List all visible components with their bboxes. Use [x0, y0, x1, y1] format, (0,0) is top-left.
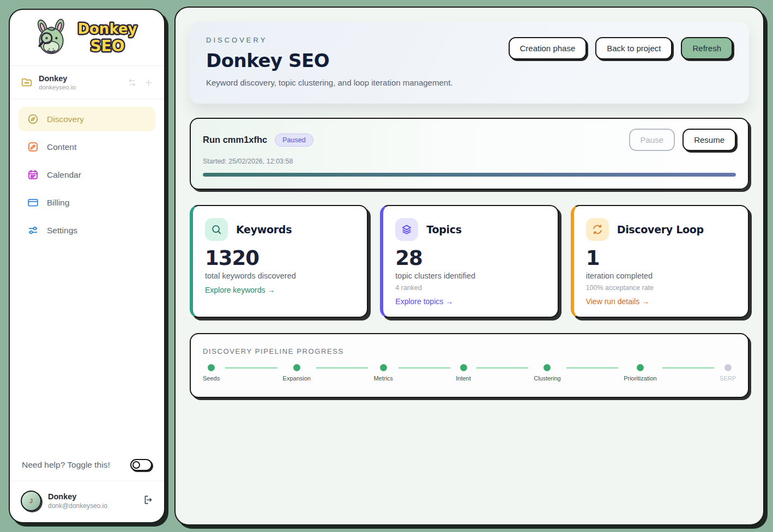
- keywords-value: 1320: [205, 248, 355, 268]
- app-logo: Donkey SEO: [10, 10, 164, 66]
- folder-icon: [21, 76, 33, 88]
- svg-text:Donkey: Donkey: [77, 21, 137, 37]
- user-email: donk@donkeyseo.io: [48, 502, 136, 510]
- creation-phase-button[interactable]: Creation phase: [509, 37, 587, 59]
- add-workspace-icon[interactable]: [144, 78, 153, 87]
- step-dot: [208, 364, 215, 371]
- loop-subtitle: iteration completed: [586, 271, 736, 280]
- sidebar-item-label: Calendar: [47, 170, 81, 180]
- pipeline-step-prioritization: Prioritization: [624, 364, 657, 382]
- refresh-button[interactable]: Refresh: [681, 37, 733, 59]
- pipeline-title: DISCOVERY PIPELINE PROGRESS: [203, 347, 736, 355]
- step-connector: [316, 367, 368, 368]
- step-dot: [380, 364, 387, 371]
- sidebar: Donkey SEO Donkey donkeyseo.io: [9, 9, 165, 523]
- sidebar-item-discovery[interactable]: Discovery: [19, 107, 155, 131]
- credit-card-icon: [27, 197, 39, 208]
- help-toggle-label: Need help? Toggle this!: [22, 460, 110, 470]
- step-dot: [460, 364, 467, 371]
- avatar: J: [21, 491, 41, 511]
- sidebar-item-label: Discovery: [47, 114, 84, 124]
- step-connector: [566, 367, 618, 368]
- sidebar-nav: Discovery Content Calendar: [10, 99, 164, 250]
- pipeline-step-clustering: Clustering: [534, 364, 561, 382]
- topics-substat: 4 ranked: [395, 284, 545, 292]
- sidebar-item-content[interactable]: Content: [19, 135, 155, 159]
- loop-substat: 100% acceptance rate: [586, 284, 736, 292]
- pipeline-steps: Seeds Expansion Metrics Intent Clusterin…: [203, 364, 736, 382]
- workspace-switcher[interactable]: Donkey donkeyseo.io: [10, 66, 164, 99]
- sidebar-item-calendar[interactable]: Calendar: [19, 162, 155, 187]
- compass-icon: [27, 113, 39, 125]
- pipeline-step-intent: Intent: [456, 364, 471, 382]
- user-footer: J Donkey donk@donkeyseo.io: [10, 481, 164, 522]
- svg-text:SEO: SEO: [90, 37, 124, 55]
- topics-subtitle: topic clusters identified: [395, 271, 545, 280]
- back-to-project-button[interactable]: Back to project: [595, 37, 672, 59]
- topics-card: Topics 28 topic clusters identified 4 ra…: [380, 205, 558, 318]
- run-title: Run cmm1xfhc: [203, 135, 267, 145]
- run-progress-bar: [203, 173, 736, 177]
- keywords-card: Keywords 1320 total keywords discovered …: [190, 205, 368, 318]
- workspace-domain: donkeyseo.io: [39, 84, 122, 90]
- topics-card-title: Topics: [426, 223, 461, 235]
- run-card: Run cmm1xfhc Paused Pause Resume Started…: [190, 118, 749, 190]
- user-name: Donkey: [48, 492, 136, 501]
- stats-row: Keywords 1320 total keywords discovered …: [190, 205, 749, 318]
- step-dot: [724, 364, 732, 371]
- calendar-icon: [27, 169, 39, 180]
- pipeline-card: DISCOVERY PIPELINE PROGRESS Seeds Expans…: [190, 333, 749, 398]
- workspace-name: Donkey: [39, 74, 122, 83]
- discovery-loop-card-title: Discovery Loop: [617, 223, 704, 235]
- sidebar-item-settings[interactable]: Settings: [19, 218, 155, 243]
- pipeline-step-expansion: Expansion: [283, 364, 311, 382]
- step-connector: [476, 367, 528, 368]
- view-run-details-link[interactable]: View run details →: [586, 297, 736, 306]
- sliders-icon: [27, 225, 39, 236]
- page-header: DISCOVERY Donkey SEO Keyword discovery, …: [190, 22, 749, 104]
- swap-workspace-icon[interactable]: [128, 78, 137, 87]
- step-dot: [293, 364, 300, 371]
- keywords-card-title: Keywords: [236, 223, 292, 235]
- sidebar-item-label: Billing: [47, 198, 69, 208]
- step-connector: [662, 367, 714, 368]
- page-eyebrow: DISCOVERY: [206, 36, 452, 44]
- app-wordmark: Donkey SEO: [74, 20, 141, 57]
- loop-value: 1: [586, 248, 736, 268]
- explore-topics-link[interactable]: Explore topics →: [395, 297, 545, 306]
- keywords-subtitle: total keywords discovered: [205, 271, 355, 280]
- sidebar-item-billing[interactable]: Billing: [19, 190, 155, 215]
- page-subtitle: Keyword discovery, topic clustering, and…: [206, 78, 452, 87]
- topics-value: 28: [395, 248, 545, 268]
- pipeline-step-seeds: Seeds: [203, 364, 220, 382]
- step-connector: [225, 367, 277, 368]
- refresh-loop-icon: [586, 218, 609, 241]
- search-icon: [205, 218, 228, 241]
- donkey-mascot-icon: [34, 19, 70, 58]
- page-title: Donkey SEO: [206, 50, 452, 71]
- logout-icon[interactable]: [142, 494, 153, 507]
- pipeline-step-serp: SERP: [720, 364, 736, 382]
- main-panel: DISCOVERY Donkey SEO Keyword discovery, …: [174, 7, 764, 525]
- pipeline-step-metrics: Metrics: [373, 364, 392, 382]
- help-toggle-switch[interactable]: [130, 459, 152, 471]
- avatar-initial: J: [29, 498, 33, 504]
- sidebar-item-label: Settings: [47, 226, 77, 235]
- step-dot: [637, 364, 644, 371]
- resume-button[interactable]: Resume: [683, 129, 736, 151]
- run-progress-fill: [203, 173, 736, 177]
- step-connector: [398, 367, 450, 368]
- pause-button[interactable]: Pause: [629, 129, 675, 151]
- explore-keywords-link[interactable]: Explore keywords →: [205, 286, 355, 294]
- run-started-timestamp: Started: 25/02/2026, 12:03:58: [203, 158, 736, 165]
- status-badge: Paused: [275, 134, 313, 147]
- edit-icon: [27, 141, 39, 153]
- layers-icon: [395, 218, 418, 241]
- toggle-knob: [132, 461, 140, 469]
- sidebar-item-label: Content: [47, 142, 76, 152]
- discovery-loop-card: Discovery Loop 1 iteration completed 100…: [571, 205, 749, 318]
- step-dot: [543, 364, 551, 371]
